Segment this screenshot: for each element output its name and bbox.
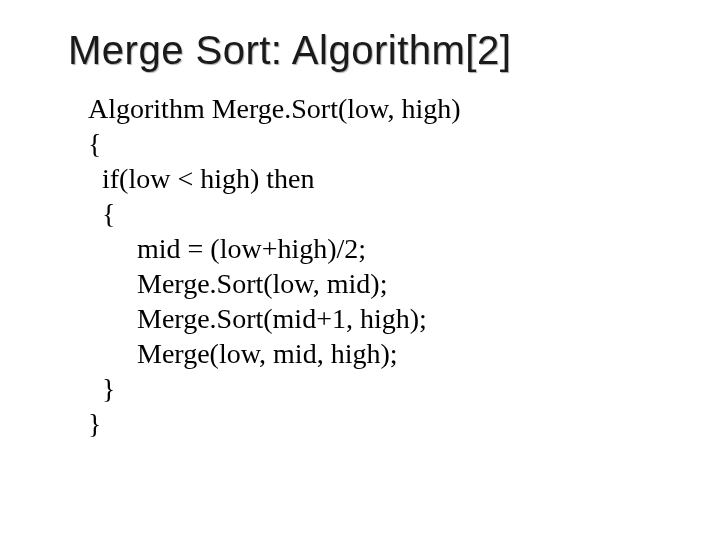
code-line: { (88, 198, 115, 229)
code-line: } (88, 408, 101, 439)
code-line: Algorithm Merge.Sort(low, high) (88, 93, 461, 124)
code-line: if(low < high) then (88, 163, 315, 194)
code-line: mid = (low+high)/2; (88, 233, 366, 264)
code-line: { (88, 128, 101, 159)
code-line: Merge.Sort(mid+1, high); (88, 303, 427, 334)
slide: Merge Sort: Algorithm[2] Algorithm Merge… (0, 0, 720, 540)
slide-title: Merge Sort: Algorithm[2] (68, 28, 660, 73)
code-line: } (88, 373, 115, 404)
code-line: Merge(low, mid, high); (88, 338, 398, 369)
code-line: Merge.Sort(low, mid); (88, 268, 387, 299)
algorithm-body: Algorithm Merge.Sort(low, high) { if(low… (88, 91, 660, 441)
